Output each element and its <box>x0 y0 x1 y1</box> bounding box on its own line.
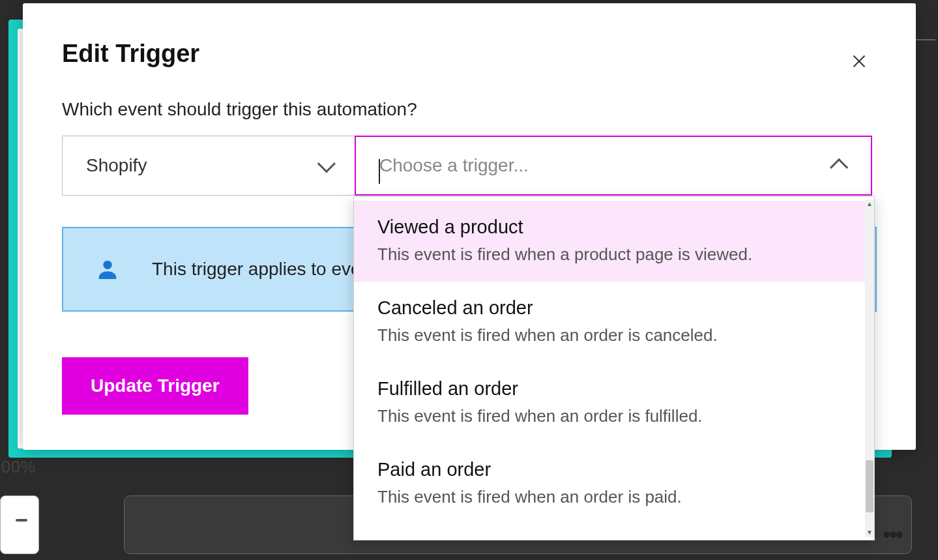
dropdown-option-title: Canceled an order <box>377 297 842 319</box>
decorative-line <box>916 39 935 40</box>
dropdown-option-subtitle: This event is fired when an order is pai… <box>377 487 842 507</box>
select-row: Shopify Choose a trigger... <box>62 136 877 196</box>
dropdown-option-canceled-order[interactable]: Canceled an order This event is fired wh… <box>354 282 865 362</box>
more-options-button[interactable]: ••• <box>883 522 902 547</box>
question-label: Which event should trigger this automati… <box>62 99 877 120</box>
trigger-dropdown-list: Viewed a product This event is fired whe… <box>354 201 865 536</box>
zoom-out-button[interactable] <box>16 519 27 522</box>
update-trigger-button[interactable]: Update Trigger <box>62 357 248 415</box>
modal-title: Edit Trigger <box>62 40 877 68</box>
close-button[interactable] <box>848 50 870 72</box>
trigger-select[interactable]: Choose a trigger... <box>355 136 872 196</box>
text-caret <box>379 159 380 184</box>
dropdown-option-title: Paid an order <box>377 459 842 480</box>
chevron-up-icon <box>830 158 848 177</box>
scroll-down-arrow[interactable]: ▼ <box>865 528 874 537</box>
dropdown-option-fulfilled-order[interactable]: Fulfilled an order This event is fired w… <box>354 362 865 443</box>
dropdown-option-paid-order[interactable]: Paid an order This event is fired when a… <box>354 443 865 524</box>
dropdown-option-title: Fulfilled an order <box>377 378 842 400</box>
person-icon <box>95 256 121 282</box>
dropdown-option-subtitle: This event is fired when a product page … <box>377 244 842 265</box>
dropdown-option-subtitle: This event is fired when an order is can… <box>377 325 842 346</box>
dropdown-option-subtitle: This event is fired when an order is ful… <box>377 406 842 426</box>
toolbar-panel-fragment <box>0 495 39 554</box>
source-select-value: Shopify <box>86 155 147 176</box>
dropdown-scrollbar[interactable]: ▲ ▼ <box>865 199 874 537</box>
trigger-dropdown: Viewed a product This event is fired whe… <box>353 196 875 540</box>
scroll-thumb[interactable] <box>866 460 873 512</box>
info-banner-text: This trigger applies to ever <box>152 259 367 280</box>
trigger-select-placeholder: Choose a trigger... <box>379 155 529 176</box>
chevron-down-icon <box>317 155 336 173</box>
source-select[interactable]: Shopify <box>62 136 355 196</box>
svg-point-0 <box>103 261 111 269</box>
dropdown-option-viewed-product[interactable]: Viewed a product This event is fired whe… <box>354 201 865 282</box>
zoom-percent-fragment: 00% <box>1 458 36 477</box>
dropdown-option-title: Viewed a product <box>377 216 842 238</box>
scroll-up-arrow[interactable]: ▲ <box>865 199 874 209</box>
